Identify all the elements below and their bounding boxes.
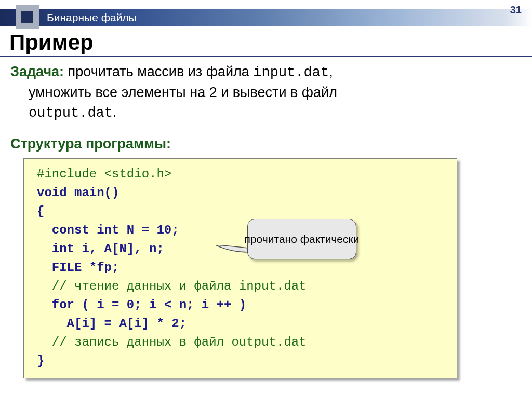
code-l8b: ( i = 0; i < n; i ++ ) <box>74 298 246 312</box>
code-box: #include <stdio.h> void main() { const i… <box>23 158 457 378</box>
header-text: Бинарные файлы <box>47 11 137 24</box>
code-l10: // запись данных в файл output.dat <box>37 333 444 352</box>
title-underline <box>0 56 532 57</box>
callout-box: прочитано фактически <box>247 219 356 259</box>
code-l6: FILE *fp; <box>37 258 444 277</box>
slide-title: Пример <box>9 30 94 55</box>
code-l9: A[i] = A[i] * 2; <box>37 314 444 333</box>
task-period: . <box>113 104 117 120</box>
code-l3: { <box>37 202 444 221</box>
content-area: Задача: прочитать массив из файла input.… <box>10 62 522 378</box>
task-text-1: прочитать массив из файла <box>64 64 253 79</box>
task-block: Задача: прочитать массив из файла input.… <box>10 62 522 123</box>
code-l7: // чтение данных и файла input.dat <box>37 277 444 296</box>
task-text-2: умножить все элементы на 2 и вывести в ф… <box>29 85 337 100</box>
code-l8a: for <box>37 298 74 312</box>
task-file2: output.dat <box>29 105 113 121</box>
code-l2: void main() <box>37 184 444 202</box>
callout-text: прочитано фактически <box>245 232 360 246</box>
code-l1a: #include <box>37 167 104 181</box>
code-l1b: <stdio.h> <box>104 167 172 181</box>
structure-label: Структура программы: <box>10 136 522 152</box>
task-comma: , <box>329 64 333 79</box>
task-label: Задача: <box>10 64 64 79</box>
header-bar: Бинарные файлы <box>0 9 532 26</box>
slide-number: 31 <box>510 4 522 16</box>
code-l4: const int N = 10; <box>37 221 444 240</box>
callout-tail-icon <box>215 245 248 255</box>
task-file1: input.dat <box>253 65 329 80</box>
code-l11: } <box>37 352 444 370</box>
header-bullet-icon <box>16 5 39 29</box>
